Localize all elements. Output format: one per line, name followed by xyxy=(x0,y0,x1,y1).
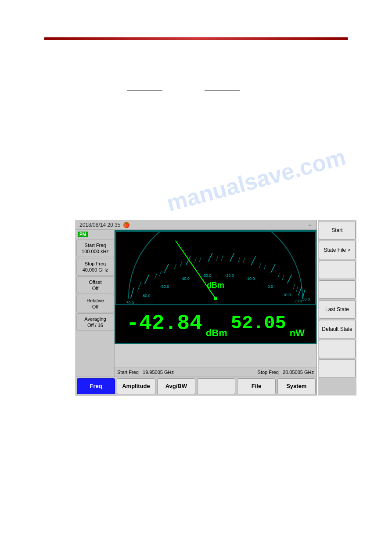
top-decorative-bar xyxy=(44,37,348,40)
status-stop-label: Stop Freq xyxy=(258,370,279,375)
tab-freq[interactable]: Freq xyxy=(77,378,115,394)
status-stop-freq: Stop Freq 20.05005 GHz xyxy=(258,370,314,375)
datetime-label: 2018/08/14 20:35 xyxy=(79,222,120,228)
start-btn[interactable]: Start xyxy=(319,221,356,239)
primary-reading-unit: dBm xyxy=(206,327,227,339)
svg-text:0.0: 0.0 xyxy=(268,284,273,289)
last-state-btn[interactable]: Last State xyxy=(319,300,356,319)
tab-amplitude[interactable]: Amplitude xyxy=(117,378,155,394)
start-btn-label: Start xyxy=(331,227,342,233)
start-freq-label: Start Freq xyxy=(85,242,106,248)
svg-text:-60.0: -60.0 xyxy=(141,294,150,298)
svg-point-44 xyxy=(214,297,217,300)
blank-btn-2[interactable] xyxy=(319,280,356,299)
svg-text:🍎: 🍎 xyxy=(124,222,129,228)
status-start-freq: Start Freq 19.95005 GHz xyxy=(117,370,174,375)
svg-text:20.0: 20.0 xyxy=(295,299,302,303)
apple-icon: 🍎 xyxy=(123,221,130,229)
svg-text:-10.0: -10.0 xyxy=(246,276,255,281)
last-state-btn-label: Last State xyxy=(325,306,349,312)
stop-freq-value: 40.000 GHz xyxy=(83,267,108,273)
averaging-label: Averaging xyxy=(84,316,106,322)
svg-text:-50.0: -50.0 xyxy=(160,284,169,289)
svg-text:-30.0: -30.0 xyxy=(202,273,211,278)
page-line-2 xyxy=(205,90,240,91)
offset-btn[interactable]: Offset Off xyxy=(76,276,114,294)
start-freq-value: 100.000 kHz xyxy=(82,248,109,254)
pm-badge: PM xyxy=(78,232,88,237)
primary-reading-value: -42.84 xyxy=(126,312,202,335)
instrument-window: 2018/08/14 20:35 🍎 ← PM Start Freq 100.0… xyxy=(76,220,317,395)
secondary-reading-unit: nW xyxy=(290,327,305,339)
status-bar: Start Freq 19.95005 GHz Stop Freq 20.050… xyxy=(115,367,316,377)
title-bar-left: 2018/08/14 20:35 🍎 xyxy=(79,221,130,229)
stop-freq-label: Stop Freq xyxy=(85,261,106,267)
page-line-1 xyxy=(127,90,162,91)
averaging-btn[interactable]: Averaging Off / 16 xyxy=(76,313,114,331)
status-start-label: Start Freq xyxy=(117,370,139,375)
stop-freq-btn[interactable]: Stop Freq 40.000 GHz xyxy=(76,258,114,276)
status-stop-value: 20.05005 GHz xyxy=(283,370,314,375)
back-arrow-btn[interactable]: ← xyxy=(308,222,313,228)
watermark: manualsave.com xyxy=(164,144,348,217)
svg-text:-40.0: -40.0 xyxy=(180,276,189,281)
svg-text:10.0: 10.0 xyxy=(283,293,291,297)
left-panel: PM Start Freq 100.000 kHz Stop Freq 40.0… xyxy=(76,230,115,396)
tab-bar: Freq Amplitude Avg/BW File System xyxy=(76,377,316,395)
blank-btn-3[interactable] xyxy=(319,340,356,358)
svg-text:dBm: dBm xyxy=(207,281,224,290)
title-bar: 2018/08/14 20:35 🍎 ← xyxy=(76,220,316,230)
tab-blank[interactable] xyxy=(197,378,235,394)
back-arrow-icon: ← xyxy=(308,222,313,228)
blank-btn-4[interactable] xyxy=(319,359,356,378)
main-display: -70.0 -60.0 -50.0 -40.0 -30.0 -20.0 -10.… xyxy=(115,230,316,344)
start-freq-btn[interactable]: Start Freq 100.000 kHz xyxy=(76,239,114,257)
default-state-btn-label: Default State xyxy=(322,326,352,332)
tab-system[interactable]: System xyxy=(277,378,316,394)
offset-label: Offset xyxy=(89,279,101,285)
blank-btn-1[interactable] xyxy=(319,261,356,279)
state-file-btn-label: State File > xyxy=(324,247,350,253)
tab-avg-bw[interactable]: Avg/BW xyxy=(157,378,195,394)
meter-area: -70.0 -60.0 -50.0 -40.0 -30.0 -20.0 -10.… xyxy=(115,231,316,305)
averaging-value: Off / 16 xyxy=(87,322,103,328)
secondary-reading-value: 52.05 xyxy=(231,313,286,334)
relative-label: Relative xyxy=(86,297,104,304)
right-sidebar: Start State File > Last State Default St… xyxy=(318,220,356,395)
status-start-value: 19.95005 GHz xyxy=(143,370,174,375)
offset-value: Off xyxy=(92,285,98,291)
default-state-btn[interactable]: Default State xyxy=(319,320,356,338)
state-file-btn[interactable]: State File > xyxy=(319,241,356,259)
reading-area: -42.84 dBm 52.05 nW xyxy=(115,304,316,343)
svg-text:-20.0: -20.0 xyxy=(225,273,234,278)
svg-text:30.0: 30.0 xyxy=(302,297,310,301)
relative-value: Off xyxy=(92,304,98,310)
relative-btn[interactable]: Relative Off xyxy=(76,295,114,312)
tab-file[interactable]: File xyxy=(237,378,275,394)
